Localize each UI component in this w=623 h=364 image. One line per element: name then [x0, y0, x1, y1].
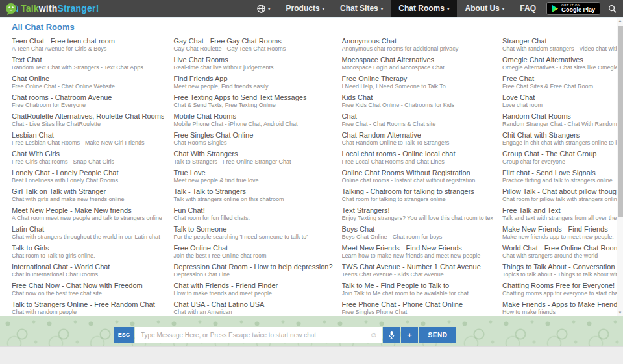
chat-room-title[interactable]: Text Strangers!	[342, 206, 493, 214]
chat-room-title[interactable]: Talk to Someone	[173, 225, 332, 233]
chat-room-title[interactable]: Talk to Strangers Online - Free Random C…	[12, 300, 164, 308]
chat-room-link[interactable]: World Chat - Free Online Chat RoomChat w…	[502, 244, 623, 259]
chat-room-link[interactable]: Lesbian ChatFree Lesbian Chat Rooms - Ma…	[12, 131, 164, 146]
chat-room-link[interactable]: Love ChatLove chat room	[502, 93, 623, 108]
chat-room-title[interactable]: Flirt chat - Send Love Signals	[502, 169, 623, 176]
chat-room-link[interactable]: Stranger ChatChat with random strangers …	[502, 37, 623, 52]
chat-room-title[interactable]: Talk to Me - Find People to Talk to	[342, 282, 493, 289]
chat-room-link[interactable]: TWS Chat Avenue - Number 1 Chat AvenueTe…	[342, 263, 493, 278]
chat-room-title[interactable]: International Chat - World Chat	[12, 263, 164, 271]
chat-room-title[interactable]: Anonymous Chat	[342, 37, 493, 45]
chat-room-title[interactable]: Chat Random Alternative	[342, 131, 493, 139]
chat-room-link[interactable]: True LoveMeet new people & find true lov…	[173, 169, 332, 184]
chat-room-link[interactable]: Talk to GirlsChat room to Talk to girls …	[12, 244, 164, 259]
chat-room-link[interactable]: Make Friends - Apps to Make FriendsHow t…	[502, 300, 623, 315]
chat-room-title[interactable]: Gay Chat - Free Gay Chat Rooms	[173, 37, 332, 45]
chat-room-title[interactable]: Make New Friends - Find Friends	[502, 225, 623, 233]
chat-room-title[interactable]: Meet New People - Make New friends	[12, 206, 164, 214]
chat-room-link[interactable]: Free Chat Now - Chat Now with FreedomCha…	[12, 282, 164, 297]
nav-item-chat-sites[interactable]: Chat Sites ▾	[332, 0, 391, 17]
chat-room-title[interactable]: Live Chat Rooms	[173, 56, 332, 64]
scroll-down-icon[interactable]: ▼	[617, 310, 623, 315]
chat-room-title[interactable]: Chatting Rooms Free for Everyone!	[502, 282, 623, 289]
chat-room-title[interactable]: Chat rooms - Chatroom Avenue	[12, 93, 164, 101]
chat-room-link[interactable]: Live Chat RoomsReal-time chat live witho…	[173, 56, 332, 71]
chat-room-link[interactable]: Free Online ChatJoin the best Free Onlin…	[173, 244, 332, 259]
chat-room-link[interactable]: Make New Friends - Find FriendsMake new …	[502, 225, 623, 240]
chat-room-title[interactable]: Random Chat Rooms	[502, 112, 623, 120]
chat-room-link[interactable]: Omegle Chat AlternativesOmegle Alternati…	[502, 56, 623, 71]
nav-item-products[interactable]: Products ▾	[278, 0, 333, 17]
send-button[interactable]: SEND	[419, 327, 456, 343]
chat-room-link[interactable]: Chat rooms - Chatroom AvenueFree Chatroo…	[12, 93, 164, 108]
chat-room-title[interactable]: Depression Chat Room - How to help depre…	[173, 263, 332, 271]
chat-room-link[interactable]: Find Friends AppMeet new people, Find fr…	[173, 75, 332, 90]
chat-room-title[interactable]: Fun Chat!	[173, 206, 332, 214]
chat-room-link[interactable]: Meet New Friends - Find New FriendsLearn…	[342, 244, 493, 259]
chat-room-title[interactable]: Chat with Friends - Friend Finder	[173, 282, 332, 289]
chat-room-link[interactable]: Talk to SomeoneFor the people searching …	[173, 225, 332, 240]
add-attachment-button[interactable]: +	[401, 327, 418, 343]
chat-room-link[interactable]: Free Online TherapyI Need Help, I Need S…	[342, 75, 493, 90]
chat-room-link[interactable]: Chat OnlineFree Online Chat - Chat Onlin…	[12, 75, 164, 90]
chat-room-title[interactable]: Free Chat	[502, 75, 623, 82]
chat-room-title[interactable]: Free Texting Apps to Send Text Messages	[173, 93, 332, 101]
chat-room-link[interactable]: Things to Talk About - Conversation Topi…	[502, 263, 623, 278]
esc-button[interactable]: ESC	[114, 327, 134, 343]
chat-room-title[interactable]: Pillow Talk - Chat about pillow thoughts	[502, 188, 623, 195]
chat-room-link[interactable]: Chat With GirlsFree Girls chat rooms - S…	[12, 150, 164, 165]
chat-room-title[interactable]: Omegle Chat Alternatives	[502, 56, 623, 64]
chat-room-link[interactable]: Text Strangers!Enjoy Texting strangers? …	[342, 206, 493, 221]
chat-room-title[interactable]: Free Online Therapy	[342, 75, 493, 82]
chat-room-title[interactable]: Lonely Chat - Lonely People Chat	[12, 169, 164, 176]
chat-room-title[interactable]: Talk to Girls	[12, 244, 164, 252]
chat-room-title[interactable]: Love Chat	[502, 93, 623, 101]
chat-room-link[interactable]: Mobile Chat RoomsMobile Phone Chat - iPh…	[173, 112, 332, 127]
chat-room-title[interactable]: Chat With Girls	[12, 150, 164, 158]
vertical-scrollbar[interactable]: ▲ ▼	[617, 18, 623, 316]
chat-room-title[interactable]: Free Talk and Text	[502, 206, 623, 214]
chat-room-link[interactable]: Chat USA - Chat Latino USAChat with an A…	[173, 300, 332, 315]
nav-item-about-us[interactable]: About Us ▾	[457, 0, 512, 17]
chat-room-link[interactable]: Random Chat RoomsRandom Stranger Chat - …	[502, 112, 623, 127]
chat-room-link[interactable]: Boys ChatBoys Chat Online - Chat room fo…	[342, 225, 493, 240]
chat-room-link[interactable]: Chit Chat with StrangersEngage in chit c…	[502, 131, 623, 146]
chat-room-link[interactable]: International Chat - World ChatChat in I…	[12, 263, 164, 278]
chat-room-title[interactable]: Things to Talk About - Conversation Topi…	[502, 263, 623, 271]
message-input[interactable]	[135, 327, 382, 343]
chat-room-link[interactable]: Talk - Talk to StrangersTalk with strang…	[173, 188, 332, 202]
chat-room-title[interactable]: Boys Chat	[342, 225, 493, 233]
nav-item-faq[interactable]: FAQ	[512, 0, 544, 17]
chat-room-link[interactable]: Group Chat - The Chat GroupGroup chat fo…	[502, 150, 623, 165]
logo[interactable]: TalkwithStranger!	[0, 0, 99, 17]
chat-room-link[interactable]: Free Singles Chat OnlineChat Rooms Singl…	[173, 131, 332, 146]
chat-room-link[interactable]: Talk to Me - Find People to Talk toJoin …	[342, 282, 493, 297]
chat-room-title[interactable]: Free Online Chat	[173, 244, 332, 252]
google-play-badge[interactable]: GET IT ON Google Play	[546, 2, 600, 15]
chat-room-title[interactable]: Teen Chat - Free teen chat room	[12, 37, 164, 45]
chat-room-title[interactable]: Lesbian Chat	[12, 131, 164, 139]
chat-room-link[interactable]: Flirt chat - Send Love SignalsPractice f…	[502, 169, 623, 184]
chat-room-title[interactable]: Make Friends - Apps to Make Friends	[502, 300, 623, 308]
chat-room-title[interactable]: Chat Online	[12, 75, 164, 82]
chat-room-title[interactable]: Online Chat Rooms Without Registration	[342, 169, 493, 176]
chat-room-title[interactable]: ChatRoulette Alternatives, Roulette Chat…	[12, 112, 164, 120]
chat-room-title[interactable]: Talking - Chatroom for talking to strang…	[342, 188, 493, 195]
chat-room-title[interactable]: Free Phone Chat - Phone Chat Online	[342, 300, 493, 308]
chat-room-title[interactable]: Meet New Friends - Find New Friends	[342, 244, 493, 252]
chat-room-link[interactable]: Chat with Friends - Friend FinderHow to …	[173, 282, 332, 297]
chat-room-title[interactable]: Group Chat - The Chat Group	[502, 150, 623, 158]
chat-room-link[interactable]: Free Phone Chat - Phone Chat OnlineFree …	[342, 300, 493, 315]
nav-item-language[interactable]: ▾	[249, 0, 278, 17]
chat-room-link[interactable]: Chat With StrangersTalk to Strangers - F…	[173, 150, 332, 165]
chat-room-link[interactable]: ChatFree Chat - Chat Rooms & Chat site	[342, 112, 493, 127]
chat-room-title[interactable]: Stranger Chat	[502, 37, 623, 45]
chat-room-link[interactable]: ChatRoulette Alternatives, Roulette Chat…	[12, 112, 164, 127]
scrollbar-thumb[interactable]	[618, 26, 623, 217]
chat-room-link[interactable]: Fun Chat!Chat room for fun filled chats.	[173, 206, 332, 221]
chat-room-link[interactable]: Chatting Rooms Free for Everyone!Chattin…	[502, 282, 623, 297]
chat-room-link[interactable]: Latin ChatChat with strangers throughout…	[12, 225, 164, 240]
chat-room-title[interactable]: Mocospace Chat Alternatives	[342, 56, 493, 64]
chat-room-title[interactable]: Free Chat Now - Chat Now with Freedom	[12, 282, 164, 289]
chat-room-title[interactable]: Girl Talk on Talk with Stranger	[12, 188, 164, 195]
